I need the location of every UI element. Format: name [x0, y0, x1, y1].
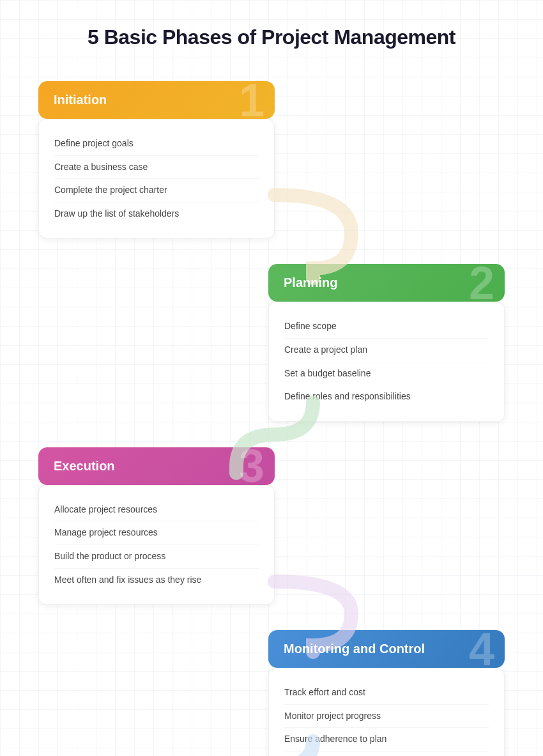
list-item: Create a business case	[54, 156, 259, 180]
list-item: Define roles and responsibilities	[284, 385, 489, 408]
execution-header: Execution 3	[38, 447, 275, 485]
phase-planning: Planning 2 Define scope Create a project…	[268, 264, 505, 421]
list-item: Draw up the list of stakeholders	[54, 203, 259, 226]
monitoring-content: Track effort and cost Monitor project pr…	[268, 668, 505, 756]
list-item: Allocate project resources	[54, 498, 259, 522]
phase-initiation: Initiation 1 Define project goals Create…	[38, 81, 275, 238]
phases-layout: Initiation 1 Define project goals Create…	[38, 81, 505, 756]
list-item: Create a project plan	[284, 339, 489, 362]
monitoring-label: Monitoring and Control	[284, 642, 425, 656]
list-item: Build the product or process	[54, 545, 259, 569]
row-planning: Planning 2 Define scope Create a project…	[38, 264, 505, 421]
monitoring-number: 4	[469, 630, 494, 668]
planning-content: Define scope Create a project plan Set a…	[268, 302, 505, 421]
initiation-header: Initiation 1	[38, 81, 275, 119]
execution-content: Allocate project resources Manage projec…	[38, 485, 275, 605]
monitoring-header: Monitoring and Control 4	[268, 630, 505, 668]
planning-header: Planning 2	[268, 264, 505, 302]
initiation-number: 1	[239, 81, 264, 119]
main-title: 5 Basic Phases of Project Management	[38, 26, 505, 49]
content-area: 5 Basic Phases of Project Management Ini…	[38, 26, 505, 756]
list-item: Ensure adherence to plan	[284, 728, 489, 752]
page-container: 5 Basic Phases of Project Management Ini…	[0, 0, 543, 756]
list-item: Define project goals	[54, 132, 259, 156]
list-item: Set a budget baseline	[284, 362, 489, 386]
list-item: Complete the project charter	[54, 179, 259, 203]
initiation-content: Define project goals Create a business c…	[38, 119, 275, 238]
planning-label: Planning	[284, 275, 337, 290]
execution-number: 3	[239, 447, 264, 485]
list-item: Track effort and cost	[284, 681, 489, 705]
initiation-label: Initiation	[54, 93, 107, 107]
row-monitoring: Monitoring and Control 4 Track effort an…	[38, 630, 505, 756]
row-execution: Execution 3 Allocate project resources M…	[38, 447, 505, 605]
row-initiation: Initiation 1 Define project goals Create…	[38, 81, 505, 238]
list-item: Define scope	[284, 315, 489, 339]
list-item: Prevent any chance for disruptions	[284, 752, 489, 756]
list-item: Monitor project progress	[284, 705, 489, 729]
list-item: Meet often and fix issues as they rise	[54, 569, 259, 592]
execution-label: Execution	[54, 459, 115, 474]
list-item: Manage project resources	[54, 521, 259, 545]
phase-monitoring: Monitoring and Control 4 Track effort an…	[268, 630, 505, 756]
phase-execution: Execution 3 Allocate project resources M…	[38, 447, 275, 605]
planning-number: 2	[469, 264, 494, 302]
